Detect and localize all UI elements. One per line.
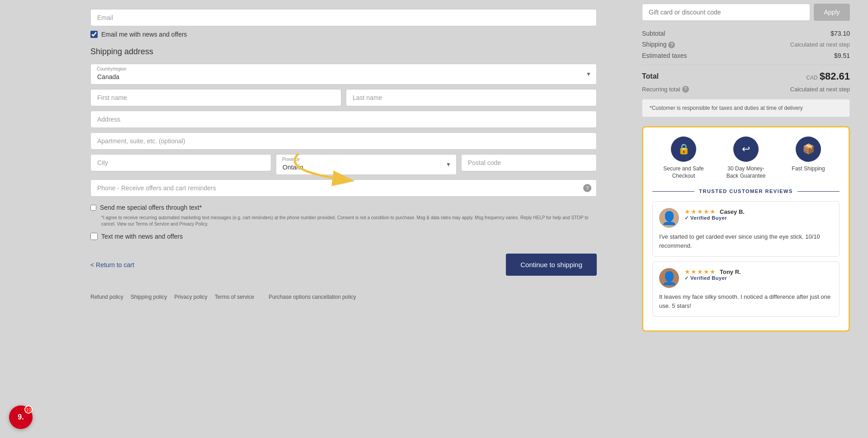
shipping-help-icon: ? xyxy=(668,42,675,48)
chat-icon: 9. xyxy=(18,413,24,421)
text-news-label: Text me with news and offers xyxy=(101,233,183,240)
email-news-checkbox[interactable] xyxy=(90,31,98,38)
footer-links: Refund policy Shipping policy Privacy po… xyxy=(90,294,597,301)
taxes-value: $9.51 xyxy=(834,52,850,59)
address-input[interactable] xyxy=(90,111,597,128)
sms-offers-checkbox[interactable] xyxy=(90,205,96,211)
review-text-2: It leaves my face silky smooth. I notice… xyxy=(659,292,833,310)
review-stars-2: ★★★★★ xyxy=(684,268,716,275)
review-text-1: I've started to get carded ever since us… xyxy=(659,232,833,250)
continue-to-shipping-button[interactable]: Continue to shipping xyxy=(506,254,597,276)
secure-checkout-label: Secure and SafeCheckout xyxy=(663,165,703,179)
review-card-1: 👤 ★★★★★ Casey B. ✓ Verified Buyer I've s… xyxy=(652,201,840,257)
reviewer-name-2: Tony R. xyxy=(720,268,741,275)
country-select[interactable]: Canada United States xyxy=(90,64,597,85)
trust-icons-row: 🔒 Secure and SafeCheckout ↩ 30 Day Money… xyxy=(652,137,840,179)
tax-note: *Customer is responsible for taxes and d… xyxy=(642,99,850,117)
reviewer-info-1: ★★★★★ Casey B. ✓ Verified Buyer xyxy=(684,208,833,221)
sms-offers-label: Send me special offers through text* xyxy=(100,204,202,211)
trust-item-shipping: 📦 Fast Shipping xyxy=(777,137,840,179)
chat-badge: 10 xyxy=(24,405,33,414)
first-name-input[interactable] xyxy=(90,89,341,106)
shipping-policy-link[interactable]: Shipping policy xyxy=(131,294,167,301)
cancellation-policy-link[interactable]: Purchase options cancellation policy xyxy=(269,294,356,301)
city-input[interactable] xyxy=(90,154,271,171)
email-input[interactable] xyxy=(90,9,597,26)
province-select[interactable]: Ontario British Columbia Alberta Quebec xyxy=(276,154,457,175)
shipping-address-title: Shipping address xyxy=(90,47,597,57)
chat-button[interactable]: 9. 10 xyxy=(9,405,33,429)
refund-policy-link[interactable]: Refund policy xyxy=(90,294,123,301)
phone-input[interactable] xyxy=(90,179,597,197)
reviewer-info-2: ★★★★★ Tony R. ✓ Verified Buyer xyxy=(684,268,833,281)
trust-box: 🔒 Secure and SafeCheckout ↩ 30 Day Money… xyxy=(642,126,850,332)
postal-input[interactable] xyxy=(461,154,597,171)
review-stars-1: ★★★★★ xyxy=(684,208,716,215)
review-card-2: 👤 ★★★★★ Tony R. ✓ Verified Buyer It leav… xyxy=(652,261,840,317)
reviews-divider-right xyxy=(797,191,840,192)
phone-help-icon[interactable]: ? xyxy=(583,184,591,192)
shipping-value: Calculated at next step xyxy=(790,41,850,48)
reviewer-name-1: Casey B. xyxy=(720,208,745,215)
reviews-title-row: TRUSTED CUSTOMER REVIEWS xyxy=(652,188,840,194)
total-currency: CAD xyxy=(806,75,817,81)
fast-shipping-label: Fast Shipping xyxy=(792,165,825,173)
money-back-label: 30 Day Money-Back Guarantee xyxy=(726,165,766,179)
fast-shipping-icon: 📦 xyxy=(796,137,821,162)
trust-item-secure: 🔒 Secure and SafeCheckout xyxy=(652,137,715,179)
terms-of-service-link[interactable]: Terms of service xyxy=(215,294,254,301)
subtotal-label: Subtotal xyxy=(642,30,665,37)
discount-code-input[interactable] xyxy=(642,4,810,21)
secure-checkout-icon: 🔒 xyxy=(671,137,696,162)
apply-discount-button[interactable]: Apply xyxy=(814,4,850,21)
recurring-help-icon: ? xyxy=(682,86,689,93)
text-news-checkbox[interactable] xyxy=(90,233,98,240)
return-to-cart-link[interactable]: < Return to cart xyxy=(90,261,134,268)
reviewer-avatar-2: 👤 xyxy=(659,268,679,288)
trust-item-money-back: ↩ 30 Day Money-Back Guarantee xyxy=(715,137,777,179)
reviews-divider-left xyxy=(652,191,694,192)
subtotal-value: $73.10 xyxy=(830,30,850,37)
taxes-label: Estimated taxes xyxy=(642,52,687,59)
recurring-label: Recurring total xyxy=(642,86,680,93)
last-name-input[interactable] xyxy=(346,89,597,106)
sms-disclaimer-text: *I agree to receive recurring automated … xyxy=(101,215,597,227)
reviewer-avatar-1: 👤 xyxy=(659,208,679,228)
recurring-value: Calculated at next step xyxy=(790,86,850,93)
apartment-input[interactable] xyxy=(90,132,597,150)
total-label: Total xyxy=(642,72,659,80)
verified-badge-2: ✓ Verified Buyer xyxy=(684,275,833,281)
verified-badge-1: ✓ Verified Buyer xyxy=(684,215,833,221)
reviews-title: TRUSTED CUSTOMER REVIEWS xyxy=(699,188,793,194)
email-news-label: Email me with news and offers xyxy=(101,31,187,38)
order-summary: Subtotal $73.10 Shipping ? Calculated at… xyxy=(642,30,850,117)
privacy-policy-link[interactable]: Privacy policy xyxy=(174,294,207,301)
money-back-icon: ↩ xyxy=(733,137,759,162)
shipping-label: Shipping ? xyxy=(642,41,675,48)
total-value: $82.61 xyxy=(820,71,850,82)
